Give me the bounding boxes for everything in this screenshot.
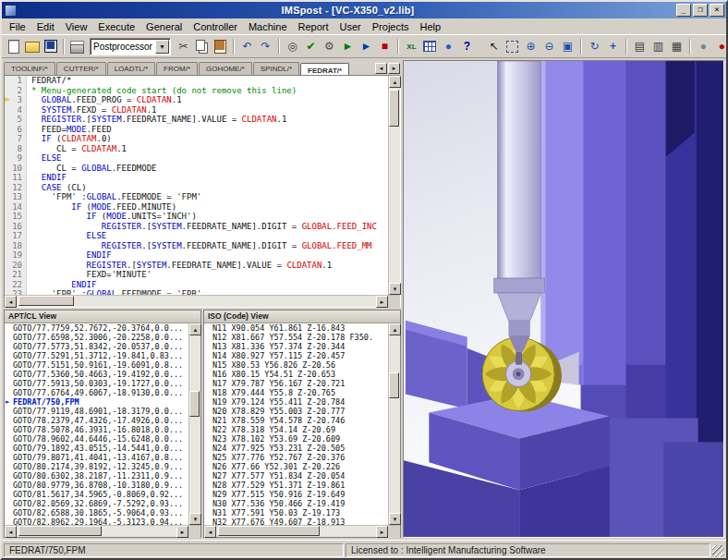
scroll-left-icon[interactable]: ◄ <box>5 526 17 538</box>
scroll-thumb[interactable] <box>218 526 320 536</box>
menu-edit[interactable]: Edit <box>31 20 60 33</box>
scroll-thumb[interactable] <box>389 90 399 127</box>
iso-horizontal-scrollbar[interactable]: ◄ ► <box>204 525 400 537</box>
record-icon[interactable]: ● <box>713 38 728 55</box>
scroll-right-icon[interactable]: ► <box>376 526 388 538</box>
scroll-thumb[interactable] <box>18 526 102 536</box>
zoom-out-icon[interactable]: ⊖ <box>540 38 558 55</box>
scroll-track[interactable] <box>216 526 376 537</box>
list-item[interactable]: N25 X77.776 Y52.767 Z-20.376 <box>204 453 388 462</box>
list-item[interactable]: N22 X78.318 Y54.14 Z-20.69 <box>204 425 388 434</box>
list-item[interactable]: GOTO/77.5291,51.3712,-19.841,0.83... <box>5 351 188 360</box>
scroll-thumb[interactable] <box>189 391 200 417</box>
scroll-up-icon[interactable]: ▲ <box>389 76 401 88</box>
scroll-up-icon[interactable]: ▲ <box>189 323 201 335</box>
scroll-down-icon[interactable]: ▼ <box>389 283 401 295</box>
scroll-track[interactable] <box>389 335 400 513</box>
list-item[interactable]: GOTO/79.1892,43.0515,-14.5441,0.0... <box>5 444 188 453</box>
editor-vertical-scrollbar[interactable]: ▲ ▼ <box>388 76 400 295</box>
tab-fedrat[interactable]: FEDRAT/* <box>300 63 349 75</box>
zoom-fit-icon[interactable]: ▣ <box>559 38 576 55</box>
list-item[interactable]: N23 X78.102 Y53.69 Z-20.609 <box>204 434 388 444</box>
macro-code-editor[interactable]: 1FEDRAT/*2* Menu-generated code start (d… <box>4 75 401 308</box>
scroll-track[interactable] <box>189 335 200 513</box>
list-item[interactable]: GOTO/77.9119,48.6901,-18.3179,0.0... <box>5 407 188 416</box>
list-item[interactable]: GOTO/77.6764,49.6067,-18.9130,0.0... <box>5 388 188 397</box>
list-item[interactable]: N15 X80.53 Y56.826 Z-20.56 <box>204 360 388 370</box>
grid-view-icon[interactable] <box>421 38 439 55</box>
menu-execute[interactable]: Execute <box>92 20 140 33</box>
scroll-right-icon[interactable]: ► <box>176 526 188 538</box>
list-item[interactable]: N26 X77.66 Y52.301 Z-20.226 <box>204 462 388 471</box>
new-file-icon[interactable] <box>5 38 22 55</box>
undo-icon[interactable]: ↶ <box>238 38 256 55</box>
menu-controller[interactable]: Controller <box>188 20 243 33</box>
list-item[interactable]: GOTO/80.6302,38.2187,-11.2311,0.9... <box>5 471 188 481</box>
list-item[interactable]: N12 X81.667 Y57.554 Z-20.178 F350. <box>204 333 388 342</box>
list-item[interactable]: N24 X77.925 Y53.231 Z-20.505 <box>204 444 388 453</box>
list-item[interactable]: GOTO/77.7759,52.7672,-20.3764,0.0... <box>5 323 188 333</box>
tab-gohome[interactable]: GOHOME/* <box>199 62 252 75</box>
view-front-icon[interactable]: ▥ <box>649 38 667 55</box>
title-bar[interactable]: IMSpost - [VC-X350_v2.lib] _ ❐ × <box>2 2 726 18</box>
machine-simulation-view[interactable] <box>403 60 724 538</box>
tab-spindl[interactable]: SPINDL/* <box>253 62 299 75</box>
scroll-down-icon[interactable]: ▼ <box>389 513 401 525</box>
list-item[interactable]: N30 X77.536 Y50.466 Z-19.419 <box>204 499 388 508</box>
menu-projects[interactable]: Projects <box>367 20 415 33</box>
list-item[interactable]: N14 X80.927 Y57.115 Z-20.457 <box>204 351 388 360</box>
list-item[interactable]: N31 X77.591 Y50.03 Z-19.173 <box>204 508 388 517</box>
editor-horizontal-scrollbar[interactable]: ◄ ► <box>5 295 400 307</box>
apt-vertical-scrollbar[interactable]: ▲ ▼ <box>188 323 200 525</box>
iso-vertical-scrollbar[interactable]: ▲ ▼ <box>388 323 400 525</box>
scroll-track[interactable] <box>389 88 400 283</box>
list-item[interactable]: N29 X77.515 Y50.916 Z-19.649 <box>204 490 388 499</box>
tab-loadtl[interactable]: LOADTL/* <box>107 62 155 75</box>
apt-current-record[interactable]: ►FEDRAT/750,FPM <box>5 397 188 407</box>
scroll-up-icon[interactable]: ▲ <box>389 323 401 335</box>
code-area[interactable]: 1FEDRAT/*2* Menu-generated code start (d… <box>5 76 388 295</box>
list-item[interactable]: N17 X79.787 Y56.167 Z-20.721 <box>204 379 388 388</box>
list-item[interactable]: N16 X80.15 Y54.51 Z-20.653 <box>204 370 388 379</box>
stop-icon[interactable]: ■ <box>376 38 394 55</box>
help-icon[interactable]: ? <box>458 38 476 55</box>
tab-scroll-right-icon[interactable]: ► <box>388 63 400 74</box>
view-top-icon[interactable]: ▤ <box>631 38 649 55</box>
chevron-down-icon[interactable]: ▼ <box>155 40 169 54</box>
list-item[interactable]: GOTO/82.8962,29.1964,-5.3123,0.94... <box>5 517 188 525</box>
list-item[interactable]: GOTO/82.6588,30.1865,-5.9064,0.93... <box>5 508 188 517</box>
shaded-view-icon[interactable]: ● <box>695 38 712 55</box>
check-syntax-icon[interactable]: ✔ <box>302 38 320 55</box>
list-item[interactable]: N21 X78.559 Y54.578 Z-20.746 <box>204 416 388 425</box>
menu-help[interactable]: Help <box>415 20 447 33</box>
select-pointer-icon[interactable]: ↖ <box>485 38 503 55</box>
save-icon[interactable] <box>42 38 59 55</box>
globe-icon[interactable]: ● <box>440 38 457 55</box>
scroll-right-icon[interactable]: ► <box>376 296 388 308</box>
gear-icon[interactable]: ⚙ <box>321 38 338 55</box>
scroll-left-icon[interactable]: ◄ <box>204 526 216 538</box>
tab-toolinf[interactable]: TOOLINF/* <box>4 62 55 75</box>
list-item[interactable]: GOTO/77.5360,50.4663,-19.4192,0.0... <box>5 370 188 379</box>
zoom-in-icon[interactable]: ⊕ <box>522 38 540 55</box>
paste-icon[interactable] <box>212 38 229 55</box>
copy-icon[interactable] <box>193 38 211 55</box>
close-button[interactable]: × <box>710 4 724 17</box>
resize-grip[interactable] <box>712 545 724 557</box>
view-iso-icon[interactable]: ▦ <box>668 38 686 55</box>
list-item[interactable]: N13 X81.336 Y57.374 Z-20.344 <box>204 342 388 351</box>
rotate-view-icon[interactable]: ↻ <box>586 38 603 55</box>
print-icon[interactable] <box>68 38 86 55</box>
list-item[interactable]: GOTO/81.5617,34.5965,-0.8069,0.92... <box>5 490 188 499</box>
iso-list[interactable]: N11 X90.054 Y61.861 Z-16.843N12 X81.667 … <box>204 323 388 525</box>
menu-file[interactable]: File <box>4 20 31 33</box>
menu-machine[interactable]: Machine <box>243 20 293 33</box>
menu-general[interactable]: General <box>140 20 188 33</box>
scroll-thumb[interactable] <box>389 372 399 398</box>
scroll-track[interactable] <box>17 296 376 307</box>
pan-view-icon[interactable]: + <box>604 38 622 55</box>
list-item[interactable]: GOTO/78.9602,44.6446,-15.6248,0.0... <box>5 434 188 444</box>
open-file-icon[interactable] <box>23 38 41 55</box>
tab-cutter[interactable]: CUTTER/* <box>56 62 106 75</box>
list-item[interactable]: GOTO/77.5913,50.0303,-19.1727,0.0... <box>5 379 188 388</box>
